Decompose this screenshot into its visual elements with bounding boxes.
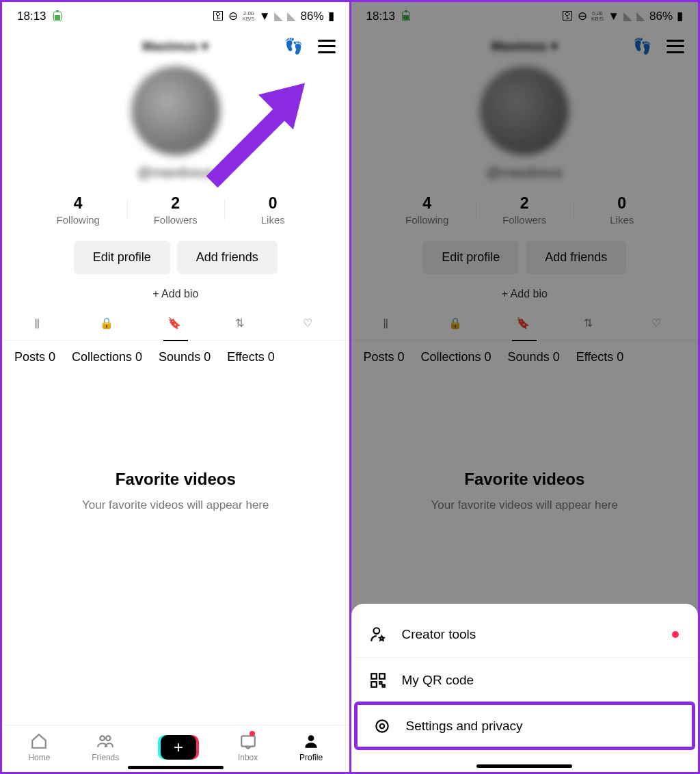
profile-top-bar: Maximus ▾ 👣 [351, 26, 699, 59]
empty-title: Favorite videos [29, 470, 322, 489]
nav-profile[interactable]: Profile [299, 732, 323, 762]
sub-tab-collections[interactable]: Collections 0 [72, 350, 142, 364]
svg-point-3 [308, 735, 314, 741]
person-star-icon [369, 626, 387, 643]
sub-tab-effects[interactable]: Effects 0 [576, 350, 624, 364]
gear-icon [373, 717, 391, 735]
battery-charging-icon [53, 12, 62, 21]
home-icon [30, 732, 48, 750]
wifi-icon: ▼ [608, 10, 619, 23]
stat-likes[interactable]: 0 Likes [224, 194, 322, 226]
empty-state: Favorite videos Your favorite videos wil… [2, 374, 349, 608]
svg-rect-9 [382, 685, 384, 687]
profile-stats: 4 Following 2 Followers 0 Likes [351, 183, 699, 237]
bookmark-tab-icon[interactable]: 🔖 [516, 317, 533, 333]
content-tab-icons: 𝍪 🔒 🔖 ⇅ ♡ [351, 310, 699, 341]
profile-handle: @maxdoxus [2, 165, 349, 181]
footprints-icon[interactable]: 👣 [284, 38, 303, 55]
friends-icon [96, 732, 114, 750]
repost-tab-icon[interactable]: ⇅ [584, 317, 600, 333]
wifi-icon: ▼ [259, 10, 271, 23]
svg-point-11 [379, 724, 384, 729]
svg-point-4 [373, 628, 379, 634]
status-bar: 18:13 ⚿ ⊖ 0.26KB/S ▼ ◣ ◣ 86% ▮ [351, 2, 699, 26]
stat-likes[interactable]: 0 Likes [574, 194, 671, 226]
profile-top-bar: Maximus ▾ 👣 [2, 26, 349, 59]
key-icon: ⚿ [213, 10, 224, 23]
avatar-section: @maxdoxus [351, 59, 699, 183]
avatar[interactable] [131, 66, 220, 155]
sim-icon-2: ◣ [287, 9, 296, 23]
chevron-down-icon: ▾ [551, 38, 558, 54]
screen-profile: 18:13 ⚿ ⊖ 2.00KB/S ▼ ◣ ◣ 86% ▮ Maximus ▾… [2, 2, 349, 772]
svg-rect-7 [371, 682, 377, 687]
avatar[interactable] [480, 66, 569, 155]
create-button[interactable]: + [161, 735, 196, 760]
sub-tab-sounds[interactable]: Sounds 0 [159, 350, 211, 364]
lock-tab-icon[interactable]: 🔒 [448, 317, 465, 333]
battery-icon: ▮ [677, 9, 683, 23]
stat-followers[interactable]: 2 Followers [127, 194, 225, 226]
edit-profile-button[interactable]: Edit profile [422, 241, 519, 274]
menu-button[interactable] [667, 40, 684, 53]
avatar-section: @maxdoxus [2, 59, 349, 183]
add-friends-button[interactable]: Add friends [526, 241, 626, 274]
heart-tab-icon[interactable]: ♡ [651, 317, 668, 333]
nav-home[interactable]: Home [28, 732, 50, 762]
svg-rect-5 [371, 673, 377, 679]
empty-title: Favorite videos [379, 470, 671, 489]
menu-settings-privacy[interactable]: Settings and privacy [355, 703, 695, 749]
bottom-nav: Home Friends + Inbox Profile [2, 725, 349, 772]
sub-tab-posts[interactable]: Posts 0 [14, 350, 55, 364]
sub-tab-sounds[interactable]: Sounds 0 [508, 350, 560, 364]
qr-code-icon [369, 671, 387, 689]
profile-actions: Edit profile Add friends [2, 237, 349, 278]
username-switcher[interactable]: Maximus ▾ [142, 38, 208, 54]
network-speed: 2.00KB/S [242, 11, 254, 22]
profile-stats: 4 Following 2 Followers 0 Likes [2, 183, 349, 237]
username-switcher[interactable]: Maximus ▾ [492, 38, 558, 54]
lock-tab-icon[interactable]: 🔒 [100, 317, 116, 333]
grid-tab-icon[interactable]: 𝍪 [32, 317, 49, 333]
footprints-icon[interactable]: 👣 [633, 38, 651, 55]
sub-tab-effects[interactable]: Effects 0 [227, 350, 275, 364]
heart-tab-icon[interactable]: ♡ [303, 317, 319, 333]
sub-tabs: Posts 0 Collections 0 Sounds 0 Effects 0 [2, 341, 349, 374]
sim-icon: ◣ [274, 9, 283, 23]
svg-rect-8 [379, 682, 381, 684]
bookmark-tab-icon[interactable]: 🔖 [167, 317, 184, 333]
empty-subtitle: Your favorite videos will appear here [379, 498, 671, 512]
status-time: 18:13 [366, 10, 396, 23]
notification-dot-icon [672, 631, 679, 638]
menu-qr-code[interactable]: My QR code [351, 657, 699, 703]
battery-percent: 86% [649, 10, 673, 23]
menu-creator-tools[interactable]: Creator tools [351, 612, 699, 657]
screen-menu-open: 18:13 ⚿ ⊖ 0.26KB/S ▼ ◣ ◣ 86% ▮ Maximus ▾… [351, 2, 699, 772]
nav-friends[interactable]: Friends [92, 732, 119, 762]
edit-profile-button[interactable]: Edit profile [74, 241, 170, 274]
home-indicator [476, 764, 572, 768]
repost-tab-icon[interactable]: ⇅ [235, 317, 252, 333]
stat-following[interactable]: 4 Following [379, 194, 476, 226]
nav-inbox[interactable]: Inbox [238, 732, 258, 762]
add-bio-button[interactable]: + Add bio [351, 288, 699, 300]
key-icon: ⚿ [562, 10, 574, 23]
stat-following[interactable]: 4 Following [29, 194, 127, 226]
empty-state: Favorite videos Your favorite videos wil… [351, 374, 699, 608]
svg-rect-2 [241, 736, 255, 746]
stat-followers[interactable]: 2 Followers [476, 194, 574, 226]
grid-tab-icon[interactable]: 𝍪 [381, 317, 397, 333]
sim-icon-2: ◣ [636, 9, 645, 23]
sub-tab-posts[interactable]: Posts 0 [364, 350, 405, 364]
add-friends-button[interactable]: Add friends [177, 241, 278, 274]
svg-rect-6 [379, 673, 385, 679]
profile-icon [302, 732, 320, 750]
add-bio-button[interactable]: + Add bio [2, 288, 349, 300]
svg-point-1 [106, 736, 111, 740]
battery-percent: 86% [300, 10, 323, 23]
sub-tabs: Posts 0 Collections 0 Sounds 0 Effects 0 [351, 341, 699, 374]
profile-actions: Edit profile Add friends [351, 237, 699, 278]
sub-tab-collections[interactable]: Collections 0 [421, 350, 492, 364]
menu-button[interactable] [318, 40, 336, 53]
content-tab-icons: 𝍪 🔒 🔖 ⇅ ♡ [2, 310, 349, 341]
